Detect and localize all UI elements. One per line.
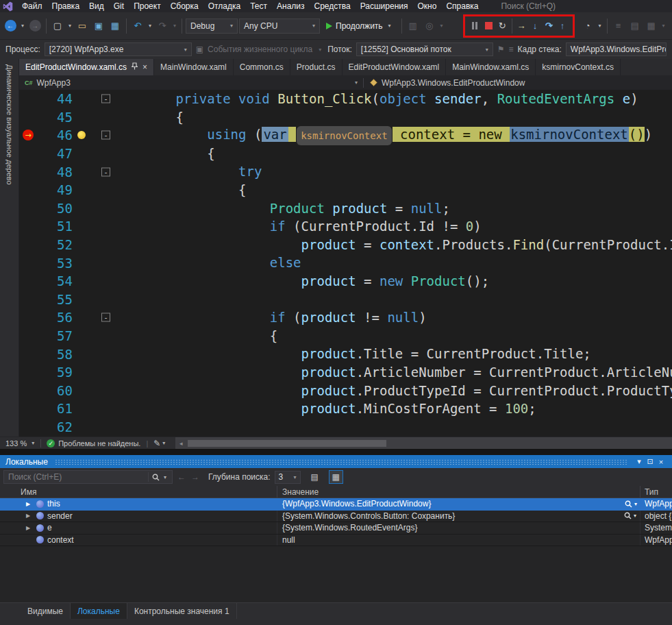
menu-item-7[interactable]: Тест [245, 0, 272, 12]
step-over-icon[interactable]: ↷ [543, 18, 556, 34]
undo-icon[interactable]: ↶ [130, 18, 145, 34]
side-tool-tab[interactable]: Динамическое визуальное дерево [0, 59, 19, 437]
inspect-value-icon[interactable]: ▾ [624, 512, 640, 519]
column-header-value[interactable]: Значение [277, 486, 640, 498]
breakpoint-margin[interactable] [19, 418, 37, 437]
scroll-left-icon[interactable]: ◂ [175, 440, 186, 447]
menu-item-2[interactable]: Вид [84, 0, 109, 12]
continue-dropdown[interactable]: ▾ [386, 23, 393, 29]
issues-message[interactable]: Проблемы не найдены. [58, 439, 140, 448]
menu-item-8[interactable]: Анализ [272, 0, 310, 12]
document-tab-1[interactable]: MainWindow.xaml [154, 59, 234, 75]
breakpoint-margin[interactable] [19, 291, 37, 309]
breakpoint-margin[interactable] [19, 272, 37, 291]
locals-row-sender[interactable]: ▶sender{System.Windows.Controls.Button: … [0, 511, 672, 523]
continue-button[interactable]: Продолжить▾ [321, 18, 398, 34]
code-line[interactable]: product.ProductTypeId = CurrentProduct.P… [113, 382, 672, 400]
scrollbar-thumb[interactable] [188, 440, 386, 447]
fold-toggle-icon[interactable]: - [101, 313, 110, 322]
lifecycle-events-dropdown[interactable]: ▾ [316, 47, 323, 53]
expander-icon[interactable]: ▶ [26, 525, 33, 531]
fold-toggle-icon[interactable]: - [101, 167, 110, 176]
target-window-icon[interactable]: ◎ [422, 18, 437, 34]
pin-icon[interactable]: ⊡ [645, 457, 656, 466]
navigate-forward-icon[interactable]: → [27, 18, 42, 34]
code-line[interactable]: { [113, 145, 672, 163]
window-menu-icon[interactable]: ▾ [634, 457, 645, 466]
performance-icon[interactable]: ◔ [580, 18, 595, 34]
redo-icon[interactable]: ↷ [155, 18, 170, 34]
breakpoint-margin[interactable] [19, 363, 37, 382]
expander-icon[interactable]: ▶ [26, 501, 33, 507]
window-splitter[interactable] [0, 449, 672, 455]
tool-tab-1[interactable]: Локальные [71, 603, 127, 619]
menu-item-12[interactable]: Справка [441, 0, 483, 12]
search-icon[interactable]: ▾ [149, 474, 172, 481]
search-depth-combo[interactable]: 3▾ [275, 471, 301, 484]
breakpoint-margin[interactable] [19, 345, 37, 363]
restart-icon[interactable]: ↻ [496, 18, 509, 34]
navigate-back-dropdown[interactable]: ▾ [19, 23, 26, 29]
stack-frame-combo[interactable]: WpfApp3.Windows.EditProductWindow [566, 42, 667, 56]
inspect-dropdown-icon[interactable]: ▾ [634, 501, 637, 507]
diagnostic-tools-icon[interactable]: ▥ [406, 18, 421, 34]
locals-row-e[interactable]: ▶e{System.Windows.RoutedEventArgs}System… [0, 522, 672, 535]
break-all-icon[interactable] [469, 18, 482, 34]
breakpoint-margin[interactable] [19, 327, 37, 345]
thread-combo[interactable]: [12552] Основной поток▾ [356, 42, 493, 56]
menu-item-6[interactable]: Отладка [203, 0, 245, 12]
column-header-type[interactable]: Тип [640, 486, 672, 498]
breakpoint-margin[interactable] [19, 199, 37, 218]
code-line[interactable]: product.Title = CurrentProduct.Title; [113, 345, 672, 363]
step-into-icon[interactable]: ↓ [529, 18, 542, 34]
locals-search-box[interactable]: ▾ [3, 470, 173, 484]
breakpoint-margin[interactable] [19, 236, 37, 254]
new-file-icon[interactable]: ▢ [50, 18, 65, 34]
code-line[interactable]: Product product = null; [113, 199, 672, 218]
locals-search-input[interactable] [4, 472, 148, 482]
new-file-dropdown[interactable]: ▾ [66, 23, 73, 29]
project-dropdown[interactable]: C# WpfApp3 ▾ [19, 75, 363, 90]
menu-item-5[interactable]: Сборка [166, 0, 203, 12]
lifecycle-events-label[interactable]: События жизненного цикла [208, 45, 312, 54]
expander-icon[interactable]: ▶ [26, 513, 33, 519]
search-prev-icon[interactable]: ← [177, 472, 186, 482]
document-tab-5[interactable]: MainWindow.xaml.cs [446, 59, 536, 75]
breakpoint-margin[interactable] [19, 217, 37, 236]
code-line[interactable]: if (product != null) [113, 308, 672, 327]
save-all-icon[interactable]: ▦ [108, 18, 123, 34]
breakpoint-margin[interactable] [19, 145, 37, 163]
document-tab-3[interactable]: Product.cs [290, 59, 343, 75]
code-line[interactable]: using (var ksmirnovContext context = new… [113, 125, 672, 146]
thread-list-icon[interactable]: ≡ [509, 45, 514, 54]
watch-window-icon[interactable]: ▦ [644, 18, 659, 34]
search-dropdown[interactable]: ▾ [162, 474, 169, 480]
lightbulb-icon[interactable] [77, 131, 86, 139]
breakpoint-margin[interactable] [19, 108, 37, 127]
pin-icon[interactable] [132, 62, 138, 72]
tool-tab-0[interactable]: Видимые [21, 603, 71, 619]
redo-dropdown[interactable]: ▾ [171, 23, 178, 29]
breakpoint-margin[interactable]: → [19, 126, 37, 145]
code-editor[interactable]: 44- private void Button_Click(object sen… [19, 90, 672, 437]
platform-combo[interactable]: Any CPU▾ [239, 19, 320, 34]
document-tab-6[interactable]: ksmirnovContext.cs [536, 59, 621, 75]
memory-window-icon[interactable]: ▤ [627, 18, 643, 34]
document-tab-4[interactable]: EditProductWindow.xaml [343, 59, 447, 75]
open-folder-icon[interactable]: ▭ [75, 18, 90, 34]
code-line[interactable]: else [113, 254, 672, 272]
menu-item-11[interactable]: Окно [412, 0, 441, 12]
locals-toggle-b-icon[interactable]: ▦ [329, 470, 343, 484]
locals-row-context[interactable]: contextnullWpfApp3.ksmirnovContext [0, 535, 672, 547]
flag-icon[interactable]: ⚑ [669, 18, 672, 34]
document-tab-2[interactable]: Common.cs [234, 59, 290, 75]
breakpoint-margin[interactable] [19, 308, 37, 327]
edit-mode-dropdown[interactable]: ▾ [160, 440, 167, 446]
document-tab-0[interactable]: EditProductWindow.xaml.cs× [19, 59, 154, 75]
code-line[interactable]: product.ArticleNumber = CurrentProduct.A… [113, 363, 672, 382]
code-line[interactable]: product.MinCostForAgent = 100; [113, 400, 672, 418]
process-combo[interactable]: [2720] WpfApp3.exe▾ [45, 42, 192, 56]
inspect-value-icon[interactable]: ▾ [625, 500, 640, 508]
menu-item-0[interactable]: Файл [17, 0, 47, 12]
target-window-dropdown[interactable]: ▾ [438, 23, 445, 29]
